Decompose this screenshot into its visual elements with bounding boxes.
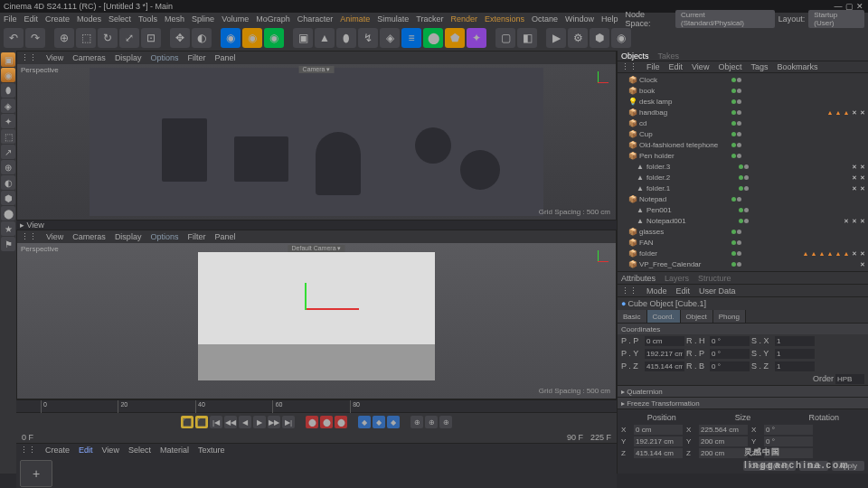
scale-Y-input[interactable]: [775, 349, 815, 359]
pos-P-input[interactable]: [645, 336, 684, 346]
menu-create[interactable]: Create: [45, 14, 70, 23]
toolbar-btn-10[interactable]: ◐: [192, 28, 212, 48]
vp-menu-panel[interactable]: Panel: [214, 232, 235, 241]
vp-menu-options[interactable]: Options: [150, 232, 178, 241]
vp-menu-options[interactable]: Options: [150, 53, 178, 62]
coord-section[interactable]: Coordinates: [618, 323, 868, 334]
new-material-button[interactable]: +: [20, 460, 52, 487]
vp-menu-display[interactable]: Display: [115, 232, 142, 241]
menu-file[interactable]: File: [4, 14, 17, 23]
rot-P-input[interactable]: [710, 349, 750, 359]
apply-button[interactable]: Apply: [832, 461, 864, 471]
playback-btn-14[interactable]: ◆: [373, 416, 385, 428]
left-tool-7[interactable]: ⊕: [1, 160, 15, 174]
left-tool-1[interactable]: ◉: [1, 68, 15, 82]
toolbar-btn-30[interactable]: ⚙: [568, 28, 588, 48]
toolbar-btn-19[interactable]: ↯: [358, 28, 378, 48]
vp-menu-filter[interactable]: Filter: [187, 232, 205, 241]
mat-menu-select[interactable]: Select: [128, 446, 151, 455]
left-tool-10[interactable]: ⬤: [1, 206, 15, 221]
playback-btn-5[interactable]: ▶: [253, 416, 266, 428]
obj-menu-tags[interactable]: Tags: [750, 62, 768, 71]
playback-btn-4[interactable]: ◀: [239, 416, 251, 428]
left-tool-5[interactable]: ⬚: [1, 129, 15, 144]
menu-mograph[interactable]: MoGraph: [256, 14, 290, 23]
playback-btn-18[interactable]: ⊕: [425, 416, 438, 428]
toolbar-btn-29[interactable]: ▶: [546, 28, 566, 48]
size-dropdown[interactable]: Size: [799, 461, 828, 471]
xf-pos-Y[interactable]: [634, 436, 683, 446]
obj-menu-edit[interactable]: Edit: [669, 62, 684, 71]
attr-sub-edit[interactable]: Edit: [676, 286, 691, 296]
menu-octane[interactable]: Octane: [532, 14, 558, 23]
obj-row-Pen-holder[interactable]: 📦Pen holder: [618, 151, 868, 162]
playback-btn-17[interactable]: ⊕: [410, 416, 423, 428]
toolbar-btn-23[interactable]: ⬟: [445, 28, 465, 48]
vp-menu-filter[interactable]: Filter: [187, 53, 205, 62]
xf-size-Z[interactable]: [699, 448, 748, 458]
playback-btn-0[interactable]: ⬛: [181, 416, 193, 428]
left-tool-3[interactable]: ◈: [1, 99, 15, 113]
vp-menu-panel[interactable]: Panel: [214, 53, 235, 62]
left-tool-8[interactable]: ◐: [1, 175, 15, 190]
playback-btn-15[interactable]: ◆: [387, 416, 400, 428]
xf-rot-X[interactable]: [764, 425, 813, 435]
menu-spline[interactable]: Spline: [192, 14, 214, 23]
obj-row-folder-2[interactable]: ▲folder.2✕✕: [618, 173, 868, 183]
vp-grip-icon[interactable]: ⋮⋮: [21, 232, 37, 241]
playback-btn-13[interactable]: ◆: [358, 416, 371, 428]
toolbar-btn-12[interactable]: ◉: [221, 28, 241, 48]
toolbar-btn-3[interactable]: ⊕: [54, 28, 74, 48]
toolbar-btn-21[interactable]: ≡: [401, 28, 421, 48]
playback-btn-3[interactable]: ◀◀: [224, 416, 237, 428]
toolbar-btn-5[interactable]: ↻: [98, 28, 118, 48]
xf-size-X[interactable]: [699, 425, 748, 435]
freeze-section[interactable]: ▸ Freeze Transformation: [618, 397, 868, 408]
toolbar-btn-32[interactable]: ◉: [611, 28, 631, 48]
obj-row-folder-1[interactable]: ▲folder.1✕✕: [618, 183, 868, 194]
xf-pos-X[interactable]: [634, 425, 683, 435]
object-list[interactable]: 📦Clock📦book💡desk lamp📦handbag▲▲▲✕✕📦cd📦Cu…: [618, 73, 868, 271]
obj-row-folder-3[interactable]: ▲folder.3✕✕: [618, 162, 868, 173]
attr-sub-mode[interactable]: Mode: [646, 286, 667, 296]
tab-takes[interactable]: Takes: [658, 52, 680, 61]
camera-dropdown[interactable]: Camera ▾: [299, 66, 335, 73]
left-tool-12[interactable]: ⚑: [1, 237, 15, 251]
menu-extensions[interactable]: Extensions: [485, 14, 524, 23]
toolbar-btn-17[interactable]: ▲: [315, 28, 335, 48]
mat-menu-edit[interactable]: Edit: [79, 446, 93, 455]
toolbar-btn-4[interactable]: ⬚: [76, 28, 96, 48]
menu-animate[interactable]: Animate: [340, 14, 370, 23]
xf-rot-Y[interactable]: [764, 436, 813, 446]
quaternion-section[interactable]: ▸ Quaternion: [618, 385, 868, 397]
menu-help[interactable]: Help: [601, 14, 618, 23]
obj-row-book[interactable]: 📦book: [618, 86, 868, 97]
playback-btn-1[interactable]: ⬛: [195, 416, 208, 428]
toolbar-btn-31[interactable]: ⬢: [590, 28, 609, 48]
xf-pos-Z[interactable]: [634, 448, 683, 458]
menu-volume[interactable]: Volume: [222, 14, 249, 23]
pos-Y-input[interactable]: [645, 349, 684, 359]
vp-menu-display[interactable]: Display: [115, 53, 142, 62]
attr-tab-object[interactable]: Object: [681, 310, 713, 323]
menu-edit[interactable]: Edit: [24, 14, 39, 23]
left-tool-4[interactable]: ✦: [1, 114, 15, 128]
obj-row-Clock[interactable]: 📦Clock: [618, 75, 868, 86]
menu-tools[interactable]: Tools: [138, 14, 157, 23]
view-divider[interactable]: ▸ View: [20, 221, 44, 230]
toolbar-btn-20[interactable]: ◈: [380, 28, 400, 48]
obj-row-Old-fashioned-telephone[interactable]: 📦Old-fashioned telephone: [618, 140, 868, 151]
playback-btn-6[interactable]: ▶▶: [268, 416, 280, 428]
obj-grip-icon[interactable]: ⋮⋮: [621, 62, 637, 71]
mat-grip-icon[interactable]: ⋮⋮: [20, 446, 36, 455]
obj-row-desk-lamp[interactable]: 💡desk lamp: [618, 97, 868, 108]
viewport-bottom[interactable]: Perspective Default Camera ▾ Grid Spacin…: [17, 243, 616, 399]
attr-menu-structure[interactable]: Structure: [698, 274, 731, 283]
attr-sub-user-data[interactable]: User Data: [699, 286, 736, 296]
toolbar-btn-22[interactable]: ⬤: [423, 28, 443, 48]
pos-Z-input[interactable]: [645, 361, 684, 371]
obj-row-FAN[interactable]: 📦FAN: [618, 238, 868, 249]
playback-btn-2[interactable]: |◀: [210, 416, 222, 428]
tab-objects[interactable]: Objects: [621, 52, 649, 61]
toolbar-btn-14[interactable]: ◉: [264, 28, 284, 48]
